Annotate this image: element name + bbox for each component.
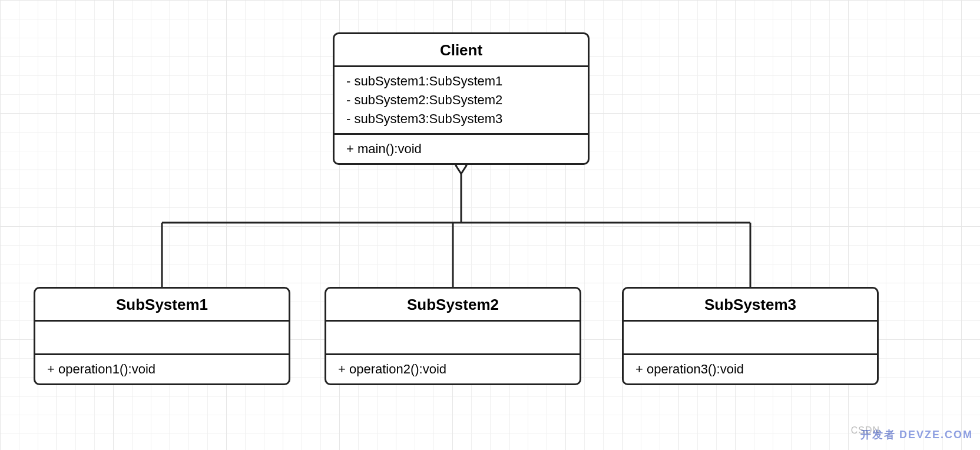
class-title: SubSystem1: [35, 289, 289, 322]
operation-row: + operation2():void: [338, 360, 568, 379]
class-operations: + operation1():void: [35, 355, 289, 383]
watermark-cn: 开发者: [860, 429, 896, 441]
class-operations: + operation3():void: [624, 355, 877, 383]
class-attributes: [624, 322, 877, 355]
operation-row: + operation3():void: [635, 360, 865, 379]
class-operations: + operation2():void: [326, 355, 580, 383]
watermark-en: DEVZE.COM: [899, 429, 973, 441]
diagram-canvas: Client- subSystem1:SubSystem1- subSystem…: [0, 0, 980, 450]
class-attributes: [326, 322, 580, 355]
devze-watermark: 开发者DEVZE.COM: [860, 428, 973, 442]
class-title: Client: [335, 34, 588, 67]
uml-class-subsystem: SubSystem1+ operation1():void: [34, 287, 290, 385]
uml-class-subsystem: SubSystem2+ operation2():void: [325, 287, 581, 385]
class-title: SubSystem2: [326, 289, 580, 322]
attribute-row: - subSystem2:SubSystem2: [346, 91, 576, 110]
class-operations: + main():void: [335, 135, 588, 163]
class-title: SubSystem3: [624, 289, 877, 322]
operation-row: + main():void: [346, 140, 576, 158]
uml-class-subsystem: SubSystem3+ operation3():void: [622, 287, 879, 385]
attribute-row: - subSystem3:SubSystem3: [346, 110, 576, 128]
class-attributes: - subSystem1:SubSystem1- subSystem2:SubS…: [335, 67, 588, 135]
operation-row: + operation1():void: [47, 360, 277, 379]
attribute-row: - subSystem1:SubSystem1: [346, 72, 576, 91]
class-attributes: [35, 322, 289, 355]
uml-class-client: Client- subSystem1:SubSystem1- subSystem…: [333, 32, 590, 165]
